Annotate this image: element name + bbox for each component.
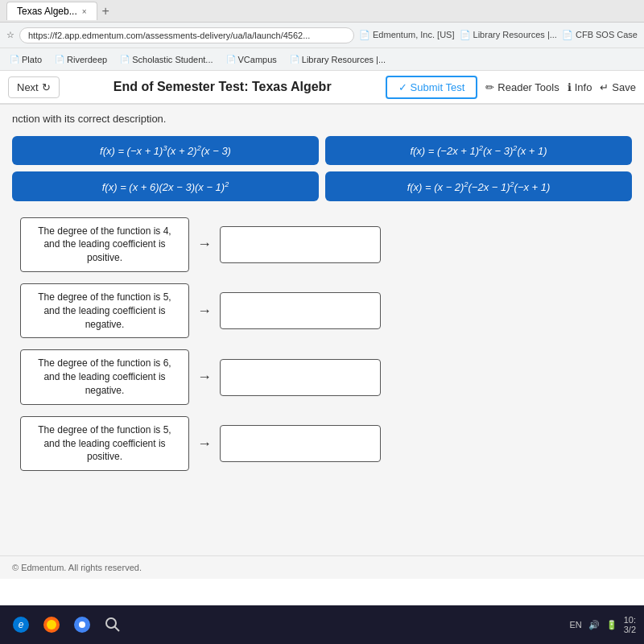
arrow-icon-3: → [197, 369, 212, 386]
function-grid: f(x) = (−x + 1)3(x + 2)2(x − 3) f(x) = (… [12, 136, 632, 201]
save-button[interactable]: ↵ Save [600, 81, 636, 93]
vcampus-icon: 📄 [226, 55, 236, 64]
tab-close-button[interactable]: × [82, 7, 87, 16]
riverdeep-icon: 📄 [55, 55, 64, 64]
url-field[interactable]: https://f2.app.edmentum.com/assessments-… [19, 27, 354, 43]
match-row-2: The degree of the function is 5, and the… [20, 283, 624, 338]
info-label: Info [575, 81, 592, 93]
submit-test-button[interactable]: ✓ Submit Test [386, 76, 478, 99]
bookmark3[interactable]: 📄 CFB SOS Case [562, 30, 638, 40]
taskbar-chrome-icon[interactable] [69, 612, 95, 638]
footer-text: © Edmentum. All rights reserved. [12, 563, 142, 572]
arrow-icon-2: → [197, 303, 212, 320]
taskbar-search-icon[interactable] [100, 612, 126, 638]
bookmark-star-icon: ☆ [6, 30, 14, 40]
bookmark2[interactable]: 📄 Library Resources |... [460, 30, 557, 40]
bookmark-library[interactable]: 📄 Library Resources |... [285, 53, 390, 66]
bookmark-riverdeep[interactable]: 📄 Riverdeep [50, 53, 112, 66]
match-target-2[interactable] [220, 292, 381, 329]
description-3: The degree of the function is 6, and the… [20, 349, 189, 404]
svg-line-7 [114, 626, 119, 631]
address-bar: ☆ https://f2.app.edmentum.com/assessment… [0, 23, 644, 48]
bookmark-vcampus[interactable]: 📄 VCampus [221, 53, 282, 66]
description-2: The degree of the function is 5, and the… [20, 283, 189, 338]
reader-tools-icon: ✏ [485, 81, 494, 93]
function-button-3[interactable]: f(x) = (x + 6)(2x − 3)(x − 1)2 [12, 171, 319, 200]
volume-icon: 🔋 [606, 620, 617, 630]
save-label: Save [612, 81, 636, 93]
instruction-text: nction with its correct description. [12, 113, 632, 125]
svg-point-5 [79, 621, 85, 628]
arrow-icon-4: → [197, 436, 212, 452]
network-icon: 🔊 [588, 620, 600, 630]
taskbar-firefox-icon[interactable] [39, 612, 64, 638]
new-tab-button[interactable]: + [97, 4, 114, 19]
match-target-4[interactable] [220, 425, 381, 462]
scholastic-icon: 📄 [120, 55, 130, 64]
time-display: 10: 3/2 [624, 615, 636, 634]
match-target-3[interactable] [220, 359, 381, 396]
svg-point-3 [47, 620, 56, 630]
plato-icon: 📄 [10, 55, 19, 64]
info-button[interactable]: ℹ Info [568, 81, 592, 93]
match-row-1: The degree of the function is 4, and the… [20, 217, 624, 272]
bookmark1[interactable]: 📄 Edmentum, Inc. [US] [359, 30, 455, 40]
reader-tools-button[interactable]: ✏ Reader Tools [485, 81, 559, 93]
save-icon: ↵ [600, 81, 609, 93]
function-button-2[interactable]: f(x) = (−2x + 1)2(x − 3)2(x + 1) [325, 136, 632, 165]
description-4: The degree of the function is 5, and the… [20, 416, 189, 471]
match-row-3: The degree of the function is 6, and the… [20, 349, 624, 404]
tab-label: Texas Algeb... [17, 6, 77, 17]
match-target-1[interactable] [220, 226, 381, 263]
submit-check-icon: ✓ [398, 81, 407, 93]
browser-tab-bar: Texas Algeb... × + [0, 0, 644, 23]
page-title: End of Semester Test: Texas Algebr [68, 80, 378, 94]
info-icon: ℹ [568, 81, 572, 93]
taskbar-edge-icon[interactable]: e [8, 612, 34, 638]
function-button-4[interactable]: f(x) = (x − 2)2(−2x − 1)2(−x + 1) [325, 171, 632, 200]
reader-tools-label: Reader Tools [497, 81, 559, 93]
taskbar: e EN 🔊 🔋 10: 3/2 [0, 605, 644, 644]
next-label: Next [17, 81, 39, 93]
arrow-icon-1: → [197, 236, 212, 253]
match-row-4: The degree of the function is 5, and the… [20, 416, 624, 471]
library-icon: 📄 [290, 55, 299, 64]
next-icon: ↻ [42, 81, 51, 93]
taskbar-right: EN 🔊 🔋 10: 3/2 [569, 615, 636, 634]
svg-text:e: e [19, 619, 24, 630]
matching-area: The degree of the function is 4, and the… [12, 217, 632, 472]
language-indicator: EN [569, 620, 581, 630]
browser-tab[interactable]: Texas Algeb... × [6, 2, 97, 20]
main-content: nction with its correct description. f(x… [0, 105, 644, 555]
bookmark-plato[interactable]: 📄 Plato [5, 53, 47, 66]
bookmark-bar: 📄 Plato 📄 Riverdeep 📄 Scholastic Student… [0, 48, 644, 71]
description-1: The degree of the function is 4, and the… [20, 217, 189, 272]
app-toolbar: Next ↻ End of Semester Test: Texas Algeb… [0, 71, 644, 105]
submit-label: Submit Test [411, 81, 465, 93]
function-button-1[interactable]: f(x) = (−x + 1)3(x + 2)2(x − 3) [12, 136, 319, 165]
next-button[interactable]: Next ↻ [8, 76, 60, 98]
bookmark-scholastic[interactable]: 📄 Scholastic Student... [115, 53, 217, 66]
page-footer: © Edmentum. All rights reserved. [0, 555, 644, 579]
